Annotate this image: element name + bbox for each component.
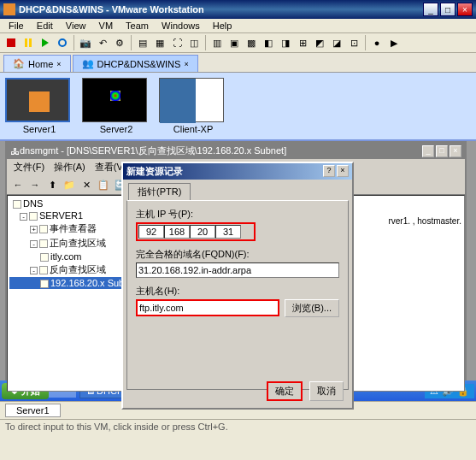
properties-icon[interactable]: 📋 xyxy=(96,177,111,192)
tree-event-viewer[interactable]: +事件查看器 xyxy=(9,221,124,236)
vm-label: Server1 xyxy=(5,124,73,134)
tab-team[interactable]: 👥 DHCP&DNS&WINS × xyxy=(73,55,198,72)
collapse-icon[interactable]: - xyxy=(30,267,38,274)
folder-icon xyxy=(39,225,48,233)
tree-reverse-zones[interactable]: -反向查找区域 xyxy=(9,262,124,277)
maximize-button[interactable]: □ xyxy=(440,3,455,16)
ip-segment-4[interactable] xyxy=(215,225,241,239)
svg-point-4 xyxy=(59,39,66,46)
tab-home[interactable]: 🏠 Home × xyxy=(3,55,71,72)
vmware-menubar: File Edit View VM Team Windows Help xyxy=(0,19,476,33)
unity-icon[interactable]: ◫ xyxy=(186,35,202,50)
misc4-icon[interactable]: ◩ xyxy=(312,35,327,50)
menu-vm[interactable]: VM xyxy=(94,19,119,32)
up-icon[interactable]: ⬆ xyxy=(44,177,60,192)
record-icon[interactable]: ● xyxy=(369,35,385,50)
vm-tab-server1[interactable]: Server1 xyxy=(5,404,61,417)
server-icon xyxy=(29,212,38,221)
vm-thumb-clientxp[interactable]: Client-XP xyxy=(159,78,227,134)
menu-windows[interactable]: Windows xyxy=(156,19,205,32)
menu-help[interactable]: Help xyxy=(208,19,238,32)
maximize-button[interactable]: □ xyxy=(436,145,448,157)
close-button[interactable]: × xyxy=(337,165,349,177)
sidebar-icon[interactable]: ▤ xyxy=(135,35,150,50)
minimize-button[interactable]: _ xyxy=(422,145,434,157)
back-icon[interactable]: ← xyxy=(10,177,26,192)
status-text: To direct input to this VM, click inside… xyxy=(5,422,228,432)
close-button[interactable]: × xyxy=(450,145,461,157)
vm-preview xyxy=(5,78,70,122)
menu-edit[interactable]: Edit xyxy=(32,19,58,32)
dnsmgmt-titlebar: 🖧 dnsmgmt - [DNS\SERVER1\反向查找区域\192.168.… xyxy=(7,143,465,159)
vm-thumb-server2[interactable]: Server2 xyxy=(82,78,150,134)
close-icon[interactable]: × xyxy=(56,60,61,68)
tree-root[interactable]: DNS xyxy=(9,198,124,209)
summary-icon[interactable]: ▥ xyxy=(209,35,225,50)
console-icon[interactable]: ▣ xyxy=(226,35,242,50)
app-icon: 🖧 xyxy=(10,146,20,156)
dialog-buttons: 确定 取消 xyxy=(267,381,344,401)
ip-segment-2[interactable] xyxy=(164,225,190,239)
misc6-icon[interactable]: ⊡ xyxy=(346,35,361,50)
vm-preview xyxy=(82,78,147,122)
vmware-toolbar: 📷 ↶ ⚙ ▤ ▦ ⛶ ◫ ▥ ▣ ▩ ◧ ◨ ⊞ ◩ ◪ ⊡ ● ▶ xyxy=(0,33,476,53)
appliance-icon[interactable]: ▩ xyxy=(244,35,259,50)
toolbar-icon[interactable]: ▦ xyxy=(152,35,167,50)
reset-icon[interactable] xyxy=(55,35,70,50)
tree-zone-subnet[interactable]: 192.168.20.x Subnet xyxy=(9,277,124,289)
home-icon: 🏠 xyxy=(13,58,25,69)
replay-icon[interactable]: ▶ xyxy=(386,35,402,50)
snapshot-icon[interactable]: 📷 xyxy=(78,35,93,50)
vm-preview xyxy=(159,78,224,122)
minimize-button[interactable]: _ xyxy=(423,3,438,16)
menu-file[interactable]: File xyxy=(3,19,29,32)
svg-marker-3 xyxy=(42,38,49,47)
vm-thumb-server1[interactable]: Server1 xyxy=(5,78,73,134)
expand-icon[interactable]: + xyxy=(30,226,38,233)
tree-server[interactable]: -SERVER1 xyxy=(9,209,124,221)
team-icon: 👥 xyxy=(82,58,94,69)
manage-icon[interactable]: ⚙ xyxy=(112,35,127,50)
tab-ptr[interactable]: 指针(PTR) xyxy=(128,183,191,200)
svg-rect-0 xyxy=(7,38,15,47)
close-icon[interactable]: × xyxy=(184,60,188,68)
zone-icon xyxy=(40,280,49,288)
forward-icon[interactable]: → xyxy=(27,177,43,192)
suspend-icon[interactable] xyxy=(21,35,36,50)
dns-tree[interactable]: DNS -SERVER1 +事件查看器 -正向查找区域 itly.com -反向… xyxy=(7,195,126,392)
vm-tabs-bar: 🏠 Home × 👥 DHCP&DNS&WINS × xyxy=(0,53,476,73)
fullscreen-icon[interactable]: ⛶ xyxy=(169,35,185,50)
new-record-dialog: 新建资源记录 ? × 指针(PTR) 主机 IP 号(P): 完全合格的域名(F… xyxy=(121,162,354,410)
collapse-icon[interactable]: - xyxy=(20,213,27,221)
help-button[interactable]: ? xyxy=(323,165,335,177)
power-off-icon[interactable] xyxy=(3,35,19,50)
misc3-icon[interactable]: ⊞ xyxy=(295,35,310,50)
folder-icon[interactable]: 📁 xyxy=(62,177,77,192)
revert-icon[interactable]: ↶ xyxy=(95,35,110,50)
tree-forward-zones[interactable]: -正向查找区域 xyxy=(9,236,124,251)
menu-view[interactable]: View xyxy=(61,19,91,32)
list-text-fragment: rver1. , hostmaster. xyxy=(388,216,461,226)
misc5-icon[interactable]: ◪ xyxy=(329,35,344,50)
misc1-icon[interactable]: ◧ xyxy=(261,35,276,50)
fqdn-input[interactable] xyxy=(136,262,339,278)
play-icon[interactable] xyxy=(38,35,53,50)
tree-zone-itly[interactable]: itly.com xyxy=(9,251,124,262)
browse-button[interactable]: 浏览(B)... xyxy=(285,299,339,317)
ip-segment-1[interactable] xyxy=(138,225,164,239)
cancel-button[interactable]: 取消 xyxy=(309,381,344,401)
hostname-input[interactable] xyxy=(136,299,279,316)
fqdn-label: 完全合格的域名(FQDN)(F): xyxy=(136,248,339,261)
delete-icon[interactable]: ✕ xyxy=(79,177,94,192)
menu-team[interactable]: Team xyxy=(120,19,154,32)
ok-button[interactable]: 确定 xyxy=(267,381,303,401)
menu-file[interactable]: 文件(F) xyxy=(10,161,48,173)
close-button[interactable]: × xyxy=(457,3,473,16)
svg-rect-2 xyxy=(29,38,32,47)
guest-display[interactable]: 🖧 dnsmgmt - [DNS\SERVER1\反向查找区域\192.168.… xyxy=(0,141,476,380)
misc2-icon[interactable]: ◨ xyxy=(278,35,293,50)
menu-action[interactable]: 操作(A) xyxy=(50,161,89,173)
ip-segment-3[interactable] xyxy=(190,225,215,239)
collapse-icon[interactable]: - xyxy=(30,240,38,248)
zone-icon xyxy=(40,253,49,262)
